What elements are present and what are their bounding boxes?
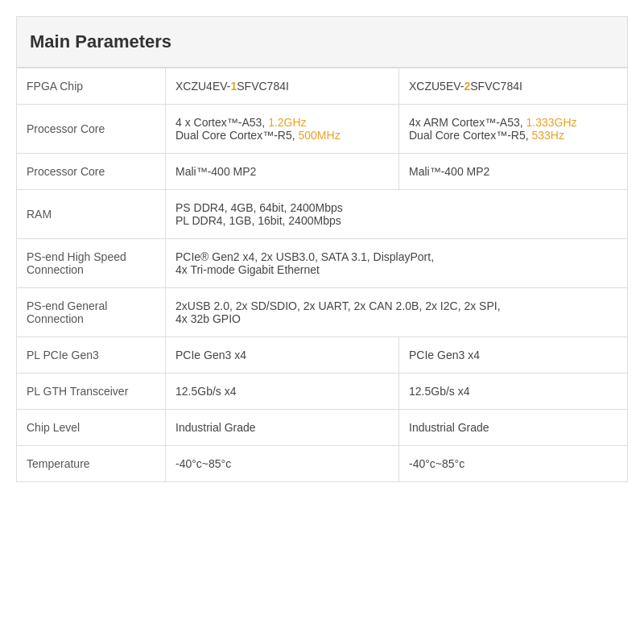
- row-label: PL GTH Transceiver: [17, 374, 166, 410]
- value-wide: 2xUSB 2.0, 2x SD/SDIO, 2x UART, 2x CAN 2…: [166, 288, 628, 337]
- value-v1: Mali™-400 MP2: [166, 154, 399, 190]
- row-label: FPGA Chip: [17, 68, 166, 105]
- table-row: Temperature-40°c~85°c-40°c~85°c: [17, 446, 628, 482]
- table-row: PS-end High Speed ConnectionPCIe® Gen2 x…: [17, 239, 628, 288]
- row-label: Chip Level: [17, 410, 166, 446]
- value-wide: PCIe® Gen2 x4, 2x USB3.0, SATA 3.1, Disp…: [166, 239, 628, 288]
- row-label: PS-end High Speed Connection: [17, 239, 166, 288]
- row-label: Processor Core: [17, 154, 166, 190]
- value-v1: -40°c~85°c: [166, 446, 399, 482]
- value-wide: PS DDR4, 4GB, 64bit, 2400MbpsPL DDR4, 1G…: [166, 190, 628, 239]
- table-row: FPGA ChipXCZU4EV-1SFVC784IXCZU5EV-2SFVC7…: [17, 68, 628, 105]
- row-label: PS-end General Connection: [17, 288, 166, 337]
- table-row: PS-end General Connection2xUSB 2.0, 2x S…: [17, 288, 628, 337]
- processor-core-v1: 4 x Cortex™-A53, 1.2GHzDual Core Cortex™…: [166, 105, 399, 154]
- page-title: Main Parameters: [16, 16, 628, 68]
- table-row: Chip LevelIndustrial GradeIndustrial Gra…: [17, 410, 628, 446]
- row-label: Temperature: [17, 446, 166, 482]
- value-v2: PCIe Gen3 x4: [399, 337, 628, 374]
- row-label: RAM: [17, 190, 166, 239]
- row-label: PL PCIe Gen3: [17, 337, 166, 374]
- table-row: PL PCIe Gen3PCIe Gen3 x4PCIe Gen3 x4: [17, 337, 628, 374]
- chip-v1: XCZU4EV-1SFVC784I: [166, 68, 399, 105]
- value-v1: Industrial Grade: [166, 410, 399, 446]
- value-v2: Mali™-400 MP2: [399, 154, 628, 190]
- table-row: Processor Core4 x Cortex™-A53, 1.2GHzDua…: [17, 105, 628, 154]
- value-v2: -40°c~85°c: [399, 446, 628, 482]
- row-label: Processor Core: [17, 105, 166, 154]
- value-v2: Industrial Grade: [399, 410, 628, 446]
- table-row: RAMPS DDR4, 4GB, 64bit, 2400MbpsPL DDR4,…: [17, 190, 628, 239]
- table-row: Processor CoreMali™-400 MP2Mali™-400 MP2: [17, 154, 628, 190]
- chip-v2: XCZU5EV-2SFVC784I: [399, 68, 628, 105]
- processor-core-v2: 4x ARM Cortex™-A53, 1.333GHzDual Core Co…: [399, 105, 628, 154]
- value-v2: 12.5Gb/s x4: [399, 374, 628, 410]
- value-v1: 12.5Gb/s x4: [166, 374, 399, 410]
- value-v1: PCIe Gen3 x4: [166, 337, 399, 374]
- table-row: PL GTH Transceiver12.5Gb/s x412.5Gb/s x4: [17, 374, 628, 410]
